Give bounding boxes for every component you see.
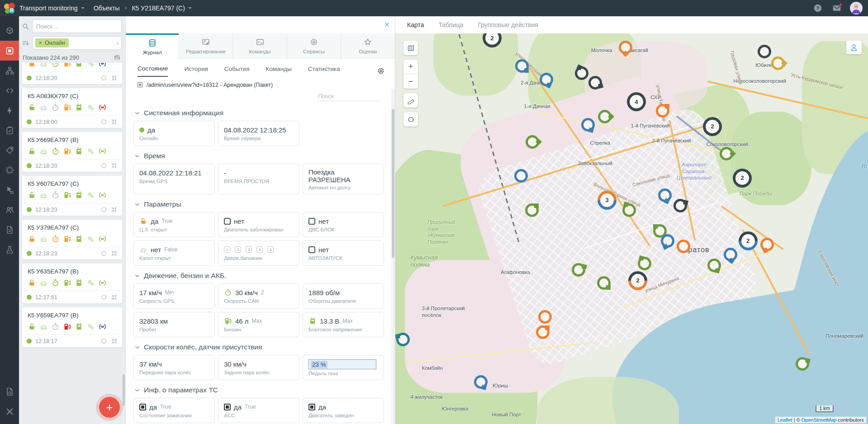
filter-chip-online[interactable]: ×Онлайн	[35, 38, 69, 47]
vehicle-marker[interactable]	[658, 188, 672, 202]
vehicle-search-input[interactable]	[36, 23, 118, 30]
vehicle-marker[interactable]	[581, 118, 595, 132]
vehicle-marker[interactable]	[575, 66, 588, 80]
vehicle-marker[interactable]	[758, 45, 771, 58]
close-panel-button[interactable]: ×	[384, 20, 389, 29]
measure-button[interactable]	[403, 93, 418, 108]
cluster-marker[interactable]: 2	[703, 117, 722, 136]
tab-journal[interactable]: Журнал	[126, 33, 179, 59]
sidebar-item-hierarchy[interactable]	[0, 61, 19, 80]
tab-terminal[interactable]: Команды	[233, 33, 287, 59]
draw-circle-button[interactable]	[403, 112, 418, 127]
vehicle-card[interactable]: К5 У607ЕА797 (С)12:18:23	[22, 176, 122, 216]
vehicle-marker[interactable]	[474, 375, 488, 389]
help-button[interactable]	[812, 2, 824, 14]
detail-scrollbar[interactable]	[392, 109, 394, 258]
breadcrumb-current[interactable]: К5 У218ЕА797 (С)	[132, 5, 185, 12]
checkbox-checked[interactable]	[139, 404, 146, 410]
chip-remove-icon[interactable]: ×	[39, 40, 42, 46]
checkbox-checked[interactable]	[308, 404, 315, 410]
filter-box[interactable]: ×Онлайн ›	[32, 36, 122, 50]
geozone-icon[interactable]	[100, 338, 107, 344]
geozone-icon[interactable]	[100, 118, 107, 125]
vehicle-card[interactable]: 12:18:20	[22, 63, 122, 84]
vehicle-marker[interactable]	[724, 248, 737, 261]
subtab[interactable]: Состояние	[138, 65, 168, 77]
section-title[interactable]: Инф. о параметрах ТС	[134, 386, 384, 394]
map-tab-карта[interactable]: Карта	[407, 21, 424, 28]
sidebar-item-clipboard[interactable]	[0, 120, 19, 140]
osm-link[interactable]: OpenStreetMap	[802, 417, 837, 423]
sidebar-item-tools[interactable]	[0, 401, 19, 421]
vehicle-marker[interactable]	[707, 259, 721, 272]
geozone-icon[interactable]	[100, 162, 107, 169]
vehicle-marker[interactable]	[622, 203, 636, 217]
vehicle-card[interactable]: К5 А083КХ797 (С)12:18:00	[22, 88, 122, 128]
vehicle-marker[interactable]	[525, 203, 539, 217]
section-title[interactable]: Системная информация	[134, 109, 384, 117]
sidebar-item-cube[interactable]	[0, 21, 19, 41]
vehicle-card[interactable]: К5 У669ЕА797 (В)12:18:20	[22, 132, 122, 172]
subtab[interactable]: Команды	[266, 66, 291, 76]
tab-star[interactable]: Оценки	[341, 33, 395, 59]
vehicle-marker[interactable]	[572, 263, 585, 277]
sidebar-item-pointer[interactable]	[0, 180, 19, 200]
cluster-marker[interactable]: 2	[739, 231, 758, 250]
cluster-marker[interactable]: 4	[627, 92, 646, 111]
vehicle-marker[interactable]	[638, 257, 651, 270]
geozone-icon[interactable]	[100, 206, 107, 213]
cluster-marker[interactable]: 2	[628, 271, 647, 290]
admin-link[interactable]: /admin/users/view?id=18312 - Арендован (…	[147, 82, 273, 88]
geozone-icon[interactable]	[100, 75, 107, 81]
subtab[interactable]: События	[224, 66, 250, 76]
checkbox-checked[interactable]	[224, 404, 231, 410]
list-settings-icon[interactable]	[114, 54, 121, 61]
vehicle-marker[interactable]	[796, 357, 809, 371]
collapse-icon[interactable]	[111, 206, 118, 213]
chevron-right-icon[interactable]: ›	[116, 39, 119, 47]
cluster-marker[interactable]: 2	[733, 169, 752, 188]
section-title[interactable]: Время	[134, 152, 384, 160]
sidebar-item-tag[interactable]	[0, 140, 19, 160]
pedal-input[interactable]: 23 %	[308, 359, 376, 369]
user-avatar[interactable]	[850, 2, 863, 14]
zoom-in-button[interactable]: +	[403, 60, 418, 74]
section-title[interactable]: Движение, бензин и АКБ.	[134, 272, 384, 280]
sidebar-item-docgear[interactable]	[0, 382, 19, 401]
section-title[interactable]: Скорости колёс, датчик присутствия	[134, 343, 384, 351]
tab-gear[interactable]: Сервисы	[287, 33, 341, 59]
collapse-icon[interactable]	[111, 250, 118, 257]
vehicle-marker[interactable]	[674, 199, 687, 212]
map-tab-групповые-действия[interactable]: Групповые действия	[478, 21, 538, 28]
vehicle-marker[interactable]	[588, 76, 602, 90]
geozone-icon[interactable]	[100, 294, 107, 301]
subtab[interactable]: Статистика	[308, 66, 340, 76]
vehicle-marker[interactable]	[760, 238, 774, 251]
sidebar-item-bolt[interactable]	[0, 100, 19, 120]
add-object-button[interactable]: +	[99, 397, 120, 418]
sidebar-item-users[interactable]	[0, 200, 19, 220]
sidebar-item-globe[interactable]	[0, 160, 19, 180]
breadcrumb-objects[interactable]: Объекты	[94, 5, 120, 12]
sidebar-item-code[interactable]	[0, 80, 19, 100]
vehicle-marker[interactable]	[661, 234, 674, 248]
section-title[interactable]: Параметры	[134, 200, 384, 208]
geozone-icon[interactable]	[100, 250, 107, 257]
notifications-button[interactable]	[831, 2, 843, 14]
map-layers-button[interactable]	[403, 41, 418, 55]
checkbox-unchecked[interactable]	[224, 218, 231, 225]
zoom-out-button[interactable]: −	[403, 74, 418, 89]
subtabs-settings-button[interactable]	[377, 67, 385, 75]
sidebar-item-flask[interactable]	[0, 240, 19, 259]
state-search-input[interactable]	[317, 92, 380, 101]
collapse-icon[interactable]	[111, 294, 118, 301]
vehicle-marker[interactable]	[536, 325, 550, 339]
cluster-marker[interactable]: 3	[598, 191, 617, 210]
app-title[interactable]: Transport monitoring	[19, 5, 78, 12]
vehicle-marker[interactable]	[396, 333, 410, 346]
locate-button[interactable]	[846, 41, 862, 54]
vehicle-marker[interactable]	[771, 57, 785, 70]
sidebar-item-objects[interactable]	[0, 41, 19, 61]
collapse-icon[interactable]	[111, 118, 118, 125]
vehicle-marker[interactable]	[540, 73, 553, 86]
